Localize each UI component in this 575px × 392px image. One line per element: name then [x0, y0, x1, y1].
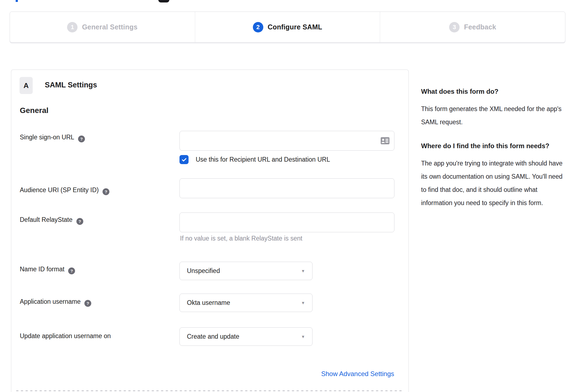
dashed-section-divider [16, 390, 403, 391]
update-app-username-select[interactable]: Create and update ▼ [179, 327, 313, 346]
help-section-where: Where do I find the info this form needs… [421, 141, 567, 209]
sso-url-input[interactable] [179, 131, 394, 151]
chevron-down-icon: ▼ [301, 300, 305, 305]
cutoff-header-control [158, 0, 169, 2]
cutoff-header-accent [16, 0, 18, 2]
step-2-number-badge: 2 [253, 22, 263, 32]
saml-settings-panel: A SAML Settings General Single sign-on U… [11, 70, 409, 392]
audience-uri-label: Audience URI (SP Entity ID)? [20, 186, 109, 195]
help-icon[interactable]: ? [68, 267, 75, 274]
chevron-down-icon: ▼ [301, 334, 305, 339]
name-id-format-value: Unspecified [187, 267, 301, 275]
step-feedback[interactable]: 3 Feedback [380, 12, 565, 42]
sso-url-input-wrap [179, 131, 394, 151]
relay-state-label: Default RelayState? [20, 216, 83, 225]
name-id-format-label: Name ID format? [20, 266, 75, 274]
recipient-url-checkbox-label: Use this for Recipient URL and Destinati… [196, 156, 330, 163]
recipient-url-checkbox[interactable] [179, 155, 189, 164]
update-app-username-label: Update application username on [20, 332, 111, 340]
step-general-settings[interactable]: 1 General Settings [10, 12, 195, 42]
help-icon[interactable]: ? [103, 188, 109, 195]
app-username-value: Okta username [187, 299, 301, 307]
help-sidebar: What does this form do? This form genera… [421, 86, 567, 209]
help-heading-where: Where do I find the info this form needs… [421, 141, 567, 151]
step-configure-saml[interactable]: 2 Configure SAML [195, 12, 380, 42]
wizard-stepper: 1 General Settings 2 Configure SAML 3 Fe… [10, 12, 565, 43]
recipient-url-checkbox-row: Use this for Recipient URL and Destinati… [179, 155, 330, 164]
help-section-what: What does this form do? This form genera… [421, 86, 567, 129]
general-section-heading: General [20, 106, 48, 115]
chevron-down-icon: ▼ [301, 269, 305, 273]
relay-state-hint: If no value is set, a blank RelayState i… [180, 235, 302, 242]
app-username-label: Application username? [20, 298, 91, 307]
sso-url-label: Single sign-on URL? [20, 134, 85, 142]
help-heading-what: What does this form do? [421, 86, 567, 97]
check-icon [181, 157, 187, 163]
step-2-label: Configure SAML [268, 23, 322, 31]
saml-setup-page: 1 General Settings 2 Configure SAML 3 Fe… [0, 0, 575, 392]
show-advanced-settings-link[interactable]: Show Advanced Settings [321, 370, 394, 378]
name-id-format-select[interactable]: Unspecified ▼ [179, 262, 313, 280]
help-icon[interactable]: ? [76, 218, 83, 225]
audience-uri-input[interactable] [179, 178, 394, 198]
help-body-what: This form generates the XML needed for t… [421, 102, 567, 129]
contact-card-icon[interactable] [381, 137, 389, 144]
help-body-where: The app you're trying to integrate with … [421, 157, 567, 209]
step-3-label: Feedback [464, 23, 496, 31]
panel-title: SAML Settings [45, 81, 97, 89]
help-icon[interactable]: ? [84, 300, 91, 307]
section-a-badge: A [20, 77, 33, 94]
step-3-number-badge: 3 [449, 22, 460, 32]
relay-state-input[interactable] [179, 212, 394, 232]
step-1-label: General Settings [82, 23, 137, 31]
help-icon[interactable]: ? [78, 136, 85, 142]
update-app-username-value: Create and update [187, 333, 301, 340]
app-username-select[interactable]: Okta username ▼ [179, 294, 313, 312]
step-1-number-badge: 1 [67, 22, 78, 32]
